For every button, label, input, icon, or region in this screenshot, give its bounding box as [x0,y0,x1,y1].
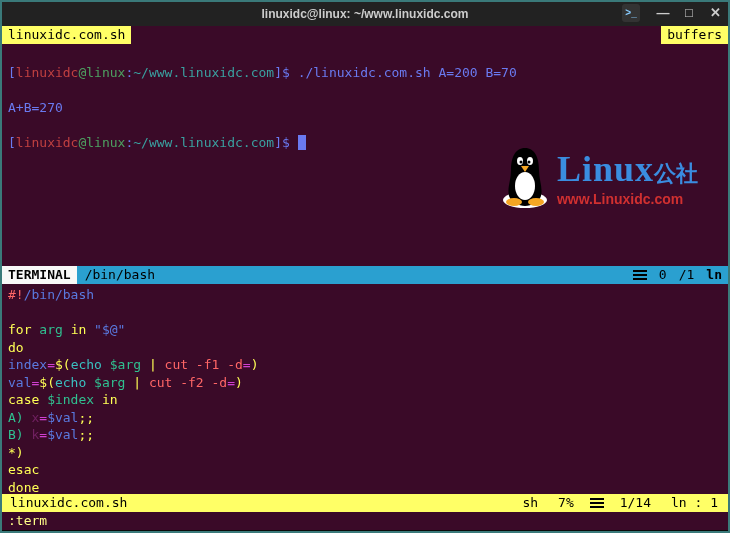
close-button[interactable]: ✕ [706,4,724,22]
status-filename: linuxidc.com.sh [2,494,135,512]
vim-command-line[interactable]: :term [2,512,728,530]
output-line: A+B=270 [8,99,722,117]
svg-point-4 [519,161,522,164]
hamburger-icon [627,268,653,282]
tab-buffers[interactable]: buffers [661,26,728,44]
status-filetype: sh [512,494,548,512]
logo-text: Linux公社 www.Linuxidc.com [557,145,698,208]
pos: 0 [653,266,673,284]
buffer-tabs: linuxidc.com.sh buffers [2,26,728,44]
prompt-line-1: [linuxidc@linux:~/www.linuxidc.com]$ ./l… [8,46,722,99]
hamburger-icon [584,496,610,510]
shell-path: /bin/bash [77,266,163,284]
editor-pane[interactable]: #!/bin/bash for arg in "$@" do index=$(e… [2,284,728,494]
tab-file[interactable]: linuxidc.com.sh [2,26,131,44]
svg-point-7 [528,198,544,206]
svg-point-1 [515,172,535,200]
status-lncol: ln : 1 [661,494,728,512]
terminal-pane[interactable]: [linuxidc@linux:~/www.linuxidc.com]$ ./l… [2,44,728,266]
terminal-cursor [298,135,306,150]
maximize-button[interactable]: □ [680,4,698,22]
terminal-icon: >_ [622,4,640,22]
window-titlebar: linuxidc@linux: ~/www.linuxidc.com >_ — … [2,2,728,26]
status-percent: 7% [548,494,584,512]
ln-label: ln [700,266,728,284]
svg-point-5 [527,161,530,164]
svg-point-6 [506,198,522,206]
minimize-button[interactable]: — [654,4,672,22]
status-lines: 1/14 [610,494,661,512]
terminal-status-bar: TERMINAL /bin/bash 0 /1 ln [2,266,728,284]
tux-icon [497,144,553,210]
watermark-logo: Linux公社 www.Linuxidc.com [497,144,698,210]
mode-tag: TERMINAL [2,266,77,284]
editor-status-bar: linuxidc.com.sh sh 7% 1/14 ln : 1 [2,494,728,512]
total: /1 [673,266,701,284]
window-title: linuxidc@linux: ~/www.linuxidc.com [2,6,728,22]
window-controls: >_ — □ ✕ [622,4,724,22]
